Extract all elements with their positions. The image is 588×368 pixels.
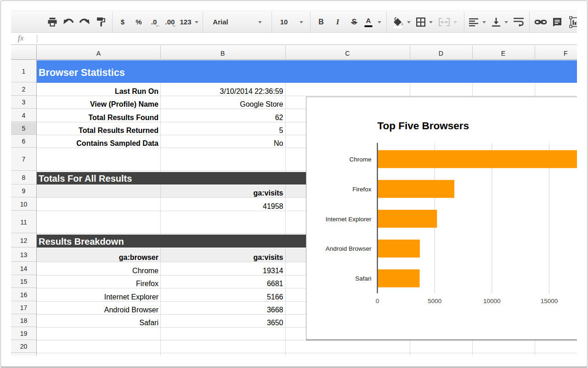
number-format-menu[interactable]: 123 <box>178 11 193 33</box>
font-family-menu-caret[interactable] <box>258 21 262 23</box>
row-header-12[interactable]: 12 <box>11 234 36 247</box>
number-format-menu-caret[interactable] <box>195 21 198 23</box>
text-color-button[interactable]: A <box>361 11 376 33</box>
cell-A17[interactable]: Android Browser <box>104 305 158 314</box>
row-headers[interactable]: 1234567891011121314151617181920 <box>11 60 37 357</box>
column-header-C[interactable]: C <box>345 50 350 57</box>
cell-A15[interactable]: Firefox <box>136 279 158 288</box>
row-header-18[interactable]: 18 <box>11 315 36 327</box>
row-header-4[interactable]: 4 <box>11 109 36 122</box>
text-wrap-button[interactable] <box>511 11 526 33</box>
cell-A18[interactable]: Safari <box>139 318 158 327</box>
merge-cells-button[interactable] <box>436 11 452 33</box>
vertical-align-button[interactable] <box>488 11 504 33</box>
row-header-20[interactable]: 20 <box>11 340 36 353</box>
row-header-5[interactable]: 5 <box>11 122 36 135</box>
row-header-17[interactable]: 17 <box>11 302 36 314</box>
select-all-corner[interactable] <box>11 45 37 60</box>
insert-chart-button[interactable] <box>567 11 577 33</box>
cell-A1[interactable]: Browser Statistics <box>39 67 125 79</box>
chart-bar-3[interactable] <box>378 240 420 258</box>
row-header-1[interactable]: 1 <box>11 60 36 82</box>
row-header-11[interactable]: 11 <box>11 211 36 233</box>
undo-button[interactable] <box>61 11 76 33</box>
decrease-decimal-button[interactable]: .0← <box>146 11 162 33</box>
chart-bar-1[interactable] <box>378 180 455 198</box>
bold-button-label: B <box>318 18 324 26</box>
borders-button-caret[interactable] <box>429 21 433 23</box>
merge-cells-button-caret[interactable] <box>453 21 457 23</box>
insert-comment-button[interactable] <box>549 11 565 33</box>
print-button[interactable] <box>45 11 60 33</box>
row-header-9[interactable]: 9 <box>11 185 36 197</box>
bold-button[interactable]: B <box>313 11 329 33</box>
cell-B3[interactable]: Google Store <box>240 100 283 109</box>
row-header-6[interactable]: 6 <box>11 135 36 148</box>
row-header-7[interactable]: 7 <box>11 148 36 171</box>
cell-A8[interactable]: Totals For All Results <box>39 173 132 184</box>
toolbar-separator <box>464 12 464 32</box>
cell-A5[interactable]: Total Results Returned <box>79 126 158 135</box>
cell-B6[interactable]: No <box>274 139 283 148</box>
increase-decimal-button[interactable]: .00→ <box>162 11 178 33</box>
format-percent-button[interactable]: % <box>131 11 147 33</box>
insert-link-button[interactable] <box>533 11 548 33</box>
redo-button[interactable] <box>77 11 92 33</box>
strikethrough-button[interactable]: S <box>346 11 362 33</box>
format-currency-button[interactable]: $ <box>115 11 130 33</box>
chart-bar-2[interactable] <box>378 210 437 228</box>
column-header-A[interactable]: A <box>96 50 101 57</box>
column-header-D[interactable]: D <box>439 50 443 57</box>
column-header-B[interactable]: B <box>220 50 225 57</box>
column-header-separator <box>535 46 535 60</box>
cell-B4[interactable]: 62 <box>275 113 283 122</box>
row-header-16[interactable]: 16 <box>11 288 36 301</box>
cell-A12[interactable]: Results Breakdown <box>39 236 124 247</box>
column-header-F[interactable]: F <box>564 50 568 57</box>
cell-A13[interactable]: ga:browser <box>119 253 158 262</box>
font-family-menu[interactable]: Arial <box>213 11 228 33</box>
cell-B2[interactable]: 3/10/2014 22:36:59 <box>220 87 283 96</box>
cell-B10[interactable]: 41958 <box>263 202 283 211</box>
cell-B14[interactable]: 19314 <box>263 266 283 275</box>
cell-B13[interactable]: ga:visits <box>254 253 283 262</box>
cell-A3[interactable]: View (Profile) Name <box>90 100 158 109</box>
embedded-chart[interactable]: Top Five BrowsersChromeFirefoxInternet E… <box>306 97 577 340</box>
paint-format-button[interactable] <box>93 11 109 33</box>
cell-B15[interactable]: 6681 <box>267 279 283 288</box>
row-header-8[interactable]: 8 <box>11 171 36 184</box>
cell-A4[interactable]: Total Results Found <box>88 113 158 122</box>
cell-A2[interactable]: Last Run On <box>115 87 158 96</box>
horizontal-align-button-caret[interactable] <box>482 21 486 23</box>
borders-button[interactable] <box>413 11 429 33</box>
font-size-menu[interactable]: 10 <box>276 11 292 33</box>
cell-B18[interactable]: 3650 <box>267 318 283 327</box>
row-header-3[interactable]: 3 <box>11 96 36 109</box>
horizontal-align-button[interactable] <box>466 11 481 33</box>
vertical-align-button-caret[interactable] <box>504 21 508 23</box>
text-color-button-caret[interactable] <box>378 21 381 23</box>
formula-bar[interactable]: fx <box>11 33 577 45</box>
row-header-15[interactable]: 15 <box>11 276 36 288</box>
cell-B9[interactable]: ga:visits <box>254 189 283 197</box>
cell-A6[interactable]: Contains Sampled Data <box>76 139 158 148</box>
chart-bar-4[interactable] <box>378 270 420 288</box>
fill-color-button[interactable] <box>390 11 406 33</box>
italic-button[interactable]: I <box>330 11 345 33</box>
font-size-menu-caret[interactable] <box>300 21 303 23</box>
row-header-19[interactable]: 19 <box>11 328 36 340</box>
fill-color-button-caret[interactable] <box>407 21 411 23</box>
chart-bar-0[interactable] <box>378 150 577 168</box>
cell-B17[interactable]: 3668 <box>267 305 283 314</box>
row-header-14[interactable]: 14 <box>11 262 36 275</box>
cell-A14[interactable]: Chrome <box>132 266 158 275</box>
row-header-2[interactable]: 2 <box>11 83 36 96</box>
row-header-13[interactable]: 13 <box>11 248 36 262</box>
chart-title: Top Five Browsers <box>378 120 469 132</box>
cell-B16[interactable]: 5166 <box>267 293 283 301</box>
column-headers[interactable]: ABCDEF <box>11 45 577 60</box>
cell-B5[interactable]: 5 <box>279 126 283 135</box>
column-header-E[interactable]: E <box>501 50 505 57</box>
row-header-10[interactable]: 10 <box>11 198 36 211</box>
cell-A16[interactable]: Internet Explorer <box>104 293 158 301</box>
